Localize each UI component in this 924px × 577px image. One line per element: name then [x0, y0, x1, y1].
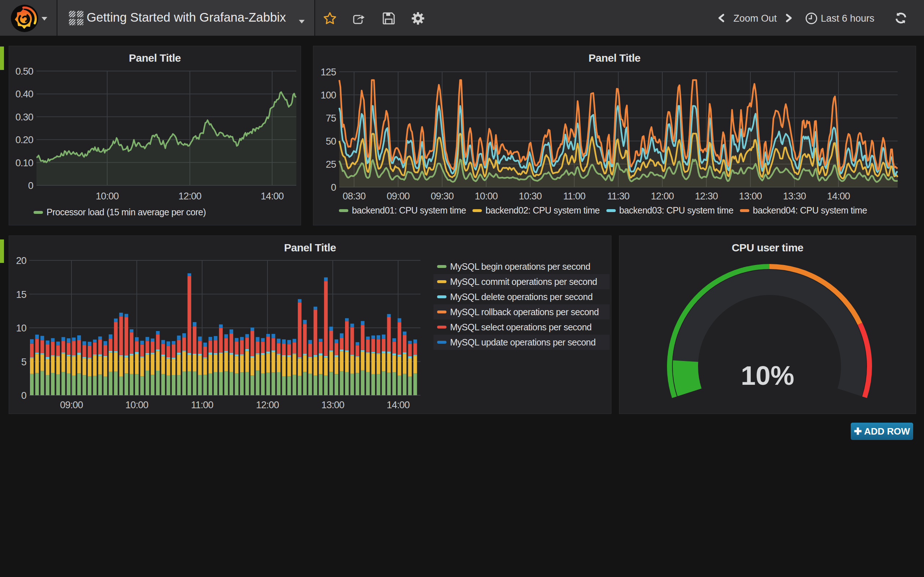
- svg-text:12:00: 12:00: [178, 191, 201, 201]
- svg-text:11:00: 11:00: [191, 400, 213, 410]
- svg-text:0: 0: [28, 180, 33, 191]
- svg-text:14:00: 14:00: [261, 191, 284, 201]
- svg-text:13:00: 13:00: [739, 191, 762, 201]
- svg-text:08:30: 08:30: [342, 191, 366, 201]
- svg-text:20: 20: [16, 255, 26, 266]
- svg-text:13:30: 13:30: [783, 191, 806, 201]
- svg-text:0: 0: [21, 390, 26, 401]
- svg-text:10:00: 10:00: [125, 400, 149, 410]
- svg-text:0.50: 0.50: [16, 66, 33, 77]
- svg-text:0: 0: [331, 182, 336, 193]
- svg-text:0.20: 0.20: [16, 134, 33, 145]
- svg-text:10:00: 10:00: [475, 191, 498, 201]
- svg-text:15: 15: [16, 289, 26, 300]
- svg-text:09:30: 09:30: [431, 191, 454, 201]
- svg-text:10: 10: [16, 323, 26, 334]
- svg-text:14:00: 14:00: [386, 400, 410, 410]
- svg-text:10:30: 10:30: [519, 191, 542, 201]
- svg-text:100: 100: [320, 90, 336, 101]
- svg-text:09:00: 09:00: [60, 400, 83, 410]
- svg-text:50: 50: [326, 136, 336, 147]
- svg-text:0.30: 0.30: [16, 112, 33, 122]
- svg-text:125: 125: [320, 67, 336, 77]
- svg-text:14:00: 14:00: [827, 191, 850, 201]
- svg-text:09:00: 09:00: [386, 191, 410, 201]
- svg-text:25: 25: [326, 159, 336, 170]
- svg-text:10:00: 10:00: [96, 191, 119, 201]
- svg-text:75: 75: [326, 113, 336, 124]
- svg-text:0.40: 0.40: [16, 89, 33, 100]
- svg-text:12:00: 12:00: [256, 400, 279, 410]
- svg-text:11:30: 11:30: [607, 191, 630, 201]
- svg-text:12:00: 12:00: [651, 191, 674, 201]
- svg-text:12:30: 12:30: [695, 191, 718, 201]
- svg-text:11:00: 11:00: [563, 191, 585, 201]
- svg-text:13:00: 13:00: [321, 400, 344, 410]
- svg-text:5: 5: [21, 357, 26, 367]
- svg-text:0.10: 0.10: [16, 158, 33, 168]
